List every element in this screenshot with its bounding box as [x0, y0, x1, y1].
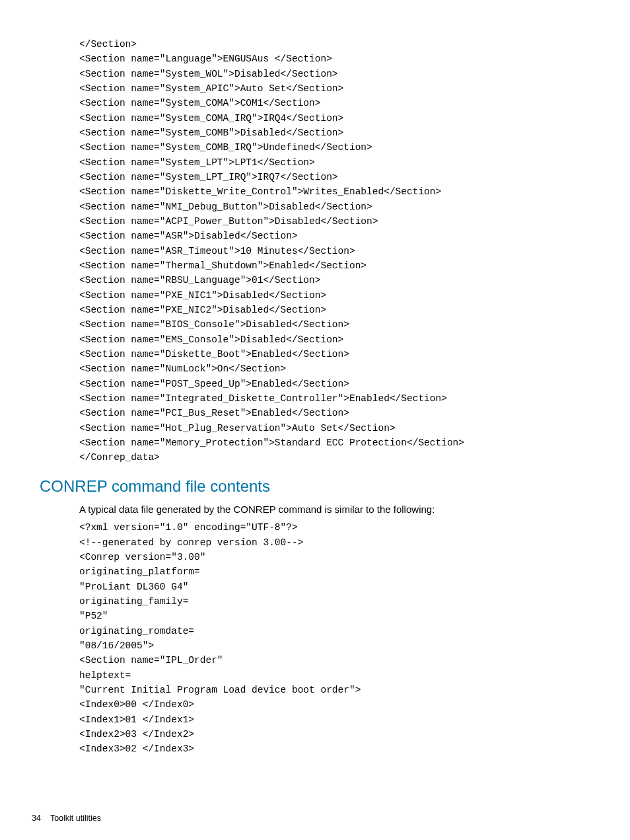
section-heading-conrep-command-file: CONREP command file contents [40, 477, 590, 496]
footer-section-label: Toolkit utilities [50, 814, 101, 823]
code-block-conrep-sections: </Section> <Section name="Language">ENGU… [79, 37, 590, 465]
body-paragraph: A typical data file generated by the CON… [79, 502, 590, 517]
code-block-conrep-xml-example: <?xml version="1.0" encoding="UTF-8"?> <… [79, 520, 590, 756]
page-footer: 34Toolkit utilities [32, 814, 101, 823]
page-number: 34 [32, 814, 41, 823]
page-content: </Section> <Section name="Language">ENGU… [0, 0, 630, 757]
